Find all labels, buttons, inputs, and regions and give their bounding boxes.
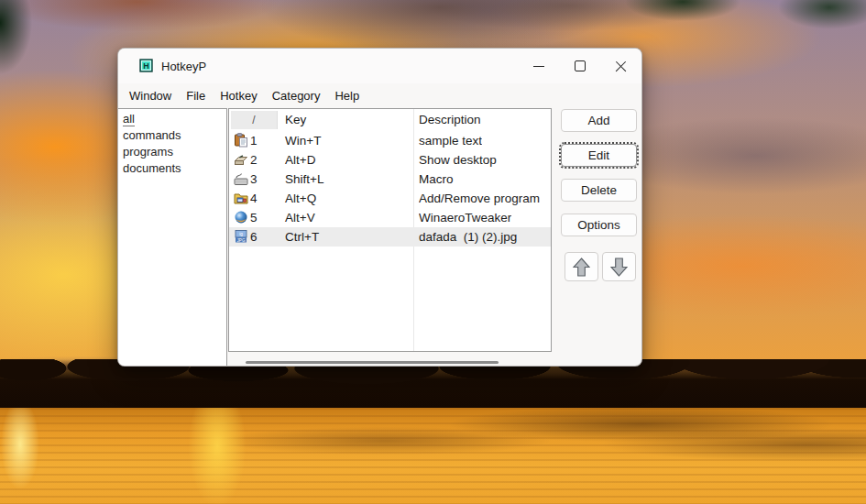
menu-window[interactable]: Window (122, 89, 179, 103)
options-button[interactable]: Options (561, 214, 637, 236)
menu-hotkey[interactable]: Hotkey (213, 89, 264, 103)
key-column-header[interactable]: Key (285, 113, 306, 126)
window-controls (518, 49, 641, 83)
delete-button[interactable]: Delete (561, 179, 637, 202)
down-arrow-icon (610, 257, 628, 277)
table-row[interactable]: 4 Alt+Q Add/Remove program (229, 189, 551, 208)
table-row[interactable]: 5 Alt+V WinaeroTweaker (229, 208, 551, 227)
menu-bar: Window File Hotkey Category Help (122, 83, 367, 108)
maximize-icon (575, 60, 586, 71)
move-down-button[interactable] (602, 252, 636, 281)
keyboard-macro-icon (234, 171, 248, 186)
show-desktop-icon (234, 152, 248, 167)
close-button[interactable] (600, 49, 641, 83)
table-row-selected[interactable]: ig JPG 6 Ctrl+T dafada (1) (2).jpg (229, 227, 551, 247)
app-icon: H (139, 59, 154, 73)
table-row[interactable]: 3 Shift+L Macro (229, 170, 551, 189)
menu-file[interactable]: File (179, 89, 213, 103)
description-column-header[interactable]: Description (419, 113, 481, 126)
category-item-all[interactable]: all (118, 111, 226, 127)
menu-help[interactable]: Help (327, 89, 367, 103)
category-item-programs[interactable]: programs (118, 144, 226, 160)
menu-category[interactable]: Category (265, 89, 328, 103)
category-item-documents[interactable]: documents (118, 160, 226, 177)
category-sidebar: all commands programs documents (118, 108, 227, 367)
table-row[interactable]: 1 Win+T sample text (229, 131, 551, 150)
minimize-button[interactable] (518, 49, 559, 83)
svg-text:ig: ig (239, 232, 243, 236)
svg-text:JPG: JPG (237, 238, 246, 243)
horizontal-scrollbar-thumb[interactable] (246, 361, 499, 364)
edit-button[interactable]: Edit (561, 144, 637, 167)
maximize-button[interactable] (559, 49, 600, 83)
programs-folder-icon (234, 191, 248, 205)
hotkeyp-window: H HotkeyP Window File Hotkey Category He… (117, 48, 642, 367)
move-up-button[interactable] (565, 252, 598, 281)
paste-clipboard-icon (234, 133, 248, 148)
title-bar[interactable]: H HotkeyP (118, 49, 641, 83)
table-row[interactable]: 2 Alt+D Show desktop (229, 150, 551, 170)
jpg-image-icon: ig JPG (234, 229, 248, 244)
category-item-commands[interactable]: commands (118, 127, 226, 144)
add-button[interactable]: Add (561, 109, 637, 132)
water-reflection (0, 408, 866, 504)
horizontal-scrollbar[interactable] (228, 356, 552, 367)
winaero-tweaker-icon (234, 210, 248, 225)
minimize-icon (533, 66, 544, 67)
hotkey-list: / Key Description 1 Win+T sample text (228, 108, 552, 352)
window-title: HotkeyP (161, 60, 206, 73)
svg-text:H: H (143, 61, 149, 71)
hotkey-rows: 1 Win+T sample text 2 Alt+D Show desktop (229, 131, 551, 247)
close-icon (615, 60, 627, 72)
sort-column-header[interactable]: / (231, 111, 278, 129)
up-arrow-icon (573, 257, 590, 277)
